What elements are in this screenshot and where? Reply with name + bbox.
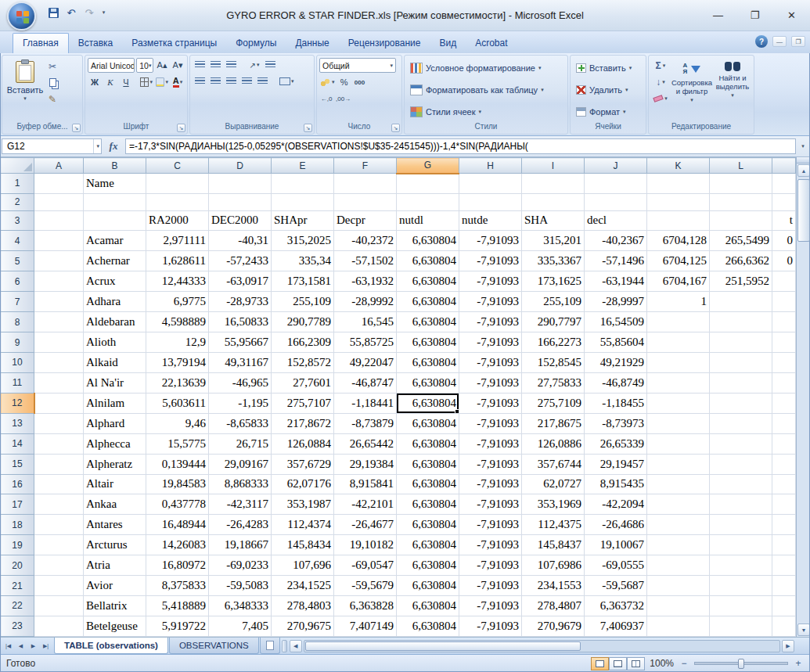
cell-D17[interactable]: -42,3117 <box>209 494 272 515</box>
row-header-8[interactable]: 8 <box>1 312 34 332</box>
cell-B21[interactable]: Avior <box>84 576 146 596</box>
cell-G16[interactable]: 6,630804 <box>397 474 459 494</box>
cell-B15[interactable]: Alpheratz <box>84 454 146 474</box>
cell-G22[interactable]: 6,630804 <box>397 596 459 616</box>
cell-M6[interactable] <box>772 271 796 292</box>
cell-H8[interactable]: -7,91093 <box>459 312 522 332</box>
vertical-scrollbar[interactable]: ▲ ▼ <box>796 157 810 637</box>
cell-F20[interactable]: -69,0547 <box>334 555 397 576</box>
row-header-20[interactable]: 20 <box>1 555 34 576</box>
align-center-button[interactable] <box>208 74 222 88</box>
cell-B10[interactable]: Alkaid <box>84 352 146 372</box>
cell-H20[interactable]: -7,91093 <box>459 555 522 576</box>
cell-M20[interactable] <box>772 555 796 576</box>
cell-D13[interactable]: -8,65833 <box>209 413 272 433</box>
cell-I22[interactable]: 278,4807 <box>522 596 585 616</box>
scroll-up-button[interactable]: ▲ <box>797 164 810 177</box>
col-header-E[interactable]: E <box>272 158 334 174</box>
cell-J19[interactable]: 19,10067 <box>585 535 647 555</box>
cell-A19[interactable] <box>34 535 84 555</box>
cell-G13[interactable]: 6,630804 <box>397 413 459 433</box>
wrap-text-button[interactable] <box>263 58 277 72</box>
cell-A6[interactable] <box>34 271 84 292</box>
cell-H2[interactable] <box>459 193 522 210</box>
cell-L3[interactable] <box>710 210 772 231</box>
col-header-L[interactable]: L <box>710 158 772 174</box>
cell-D2[interactable] <box>209 193 272 210</box>
sort-filter-button[interactable]: АЯ Сортировка и фильтр ▾ <box>671 58 712 122</box>
cell-F1[interactable] <box>334 174 397 194</box>
cell-G15[interactable]: 6,630804 <box>397 454 459 474</box>
delete-cells-button[interactable]: Удалить ▾ <box>573 80 643 99</box>
underline-button[interactable]: Ч <box>119 75 133 89</box>
cell-I14[interactable]: 126,0886 <box>522 433 585 454</box>
col-header-K[interactable]: K <box>647 158 710 174</box>
cell-C22[interactable]: 5,418889 <box>146 596 209 616</box>
cell-I23[interactable]: 270,9679 <box>522 616 585 636</box>
fill-color-button[interactable]: ▾ <box>155 75 169 89</box>
cell-G14[interactable]: 6,630804 <box>397 433 459 454</box>
cell-D23[interactable]: 7,405 <box>209 616 272 636</box>
cell-H5[interactable]: -7,91093 <box>459 251 522 271</box>
cell-D15[interactable]: 29,09167 <box>209 454 272 474</box>
cell-G12[interactable]: 6,630804 <box>397 393 459 413</box>
cell-D14[interactable]: 26,715 <box>209 433 272 454</box>
cell-G19[interactable]: 6,630804 <box>397 535 459 555</box>
cell-D21[interactable]: -59,5083 <box>209 576 272 596</box>
cell-A21[interactable] <box>34 576 84 596</box>
cell-D8[interactable]: 16,50833 <box>209 312 272 332</box>
ribbon-tab-insert[interactable]: Вставка <box>69 34 123 53</box>
cell-A7[interactable] <box>34 292 84 312</box>
normal-view-button[interactable] <box>591 657 609 670</box>
vertical-scrollbar-track[interactable] <box>797 178 810 623</box>
cell-C3[interactable]: RA2000 <box>146 210 209 231</box>
cell-F22[interactable]: 6,363828 <box>334 596 397 616</box>
cell-A22[interactable] <box>34 596 84 616</box>
cell-I17[interactable]: 353,1969 <box>522 494 585 515</box>
previous-sheet-button[interactable]: ◀ <box>15 640 27 652</box>
cell-C19[interactable]: 14,26083 <box>146 535 209 555</box>
cell-E7[interactable]: 255,109 <box>272 292 334 312</box>
cell-C13[interactable]: 9,46 <box>146 413 209 433</box>
cell-D4[interactable]: -40,31 <box>209 231 272 251</box>
row-header-18[interactable]: 18 <box>1 515 34 535</box>
horizontal-scrollbar-track[interactable] <box>304 640 780 652</box>
align-right-button[interactable] <box>224 74 238 88</box>
cell-I8[interactable]: 290,7797 <box>522 312 585 332</box>
cell-A14[interactable] <box>34 433 84 454</box>
cell-H10[interactable]: -7,91093 <box>459 352 522 372</box>
cell-J12[interactable]: -1,18455 <box>585 393 647 413</box>
cell-C15[interactable]: 0,139444 <box>146 454 209 474</box>
decrease-indent-button[interactable] <box>239 74 254 88</box>
cell-K16[interactable] <box>647 474 710 494</box>
expand-formula-bar-button[interactable]: ▾ <box>797 143 808 149</box>
cell-K4[interactable]: 6704,128 <box>647 231 710 251</box>
cell-F14[interactable]: 26,65442 <box>334 433 397 454</box>
row-header-3[interactable]: 3 <box>1 210 34 231</box>
cell-A1[interactable] <box>34 174 84 194</box>
conditional-formatting-button[interactable]: Условное форматирование ▾ <box>407 58 565 77</box>
cell-G7[interactable]: 6,630804 <box>397 292 459 312</box>
cell-M19[interactable] <box>772 535 796 555</box>
cell-G8[interactable]: 6,630804 <box>397 312 459 332</box>
help-button[interactable]: ? <box>755 35 768 48</box>
page-layout-view-button[interactable] <box>609 657 627 670</box>
cell-B4[interactable]: Acamar <box>84 231 146 251</box>
cell-I16[interactable]: 62,0727 <box>522 474 585 494</box>
vertical-scrollbar-thumb[interactable] <box>797 179 810 242</box>
formula-input[interactable]: =-17,3*SIN(РАДИАНЫ(125-0,05295*(OBSERVAT… <box>125 138 796 154</box>
cell-E11[interactable]: 27,7601 <box>272 372 334 393</box>
cell-F15[interactable]: 29,19384 <box>334 454 397 474</box>
cell-J18[interactable]: -26,4686 <box>585 515 647 535</box>
cell-G23[interactable]: 6,630804 <box>397 616 459 636</box>
cell-L7[interactable] <box>710 292 772 312</box>
cell-L21[interactable] <box>710 576 772 596</box>
cell-F21[interactable]: -59,5679 <box>334 576 397 596</box>
increase-indent-button[interactable] <box>255 74 269 88</box>
cell-A4[interactable] <box>34 231 84 251</box>
grow-font-button[interactable]: А▴ <box>155 59 169 73</box>
bold-button[interactable]: Ж <box>88 75 102 89</box>
cell-B19[interactable]: Arcturus <box>84 535 146 555</box>
cell-F2[interactable] <box>334 193 397 210</box>
cell-H13[interactable]: -7,91093 <box>459 413 522 433</box>
